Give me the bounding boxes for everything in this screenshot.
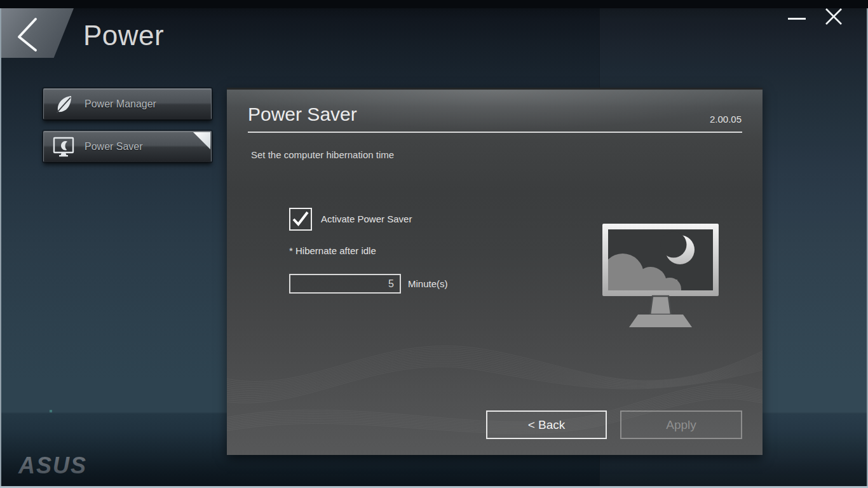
panel-description: Set the computer hibernation time xyxy=(251,149,394,160)
asus-logo: ASUS xyxy=(16,452,111,479)
minimize-button[interactable] xyxy=(785,11,808,28)
window-top-bar xyxy=(0,0,868,8)
back-nav-button[interactable] xyxy=(0,8,74,58)
back-button[interactable]: < Back xyxy=(486,410,607,439)
leaf-icon xyxy=(51,92,76,116)
monitor-moon-icon xyxy=(51,135,76,159)
sidebar-item-power-saver[interactable]: Power Saver xyxy=(43,131,212,162)
selected-corner-marker xyxy=(193,132,210,149)
chevron-left-icon xyxy=(0,8,74,58)
minimize-icon xyxy=(788,18,806,20)
page-title: Power xyxy=(83,20,164,51)
window-left-edge xyxy=(0,8,1,488)
power-saver-panel: Power Saver 2.00.05 Set the computer hib… xyxy=(227,88,763,455)
activate-power-saver-checkbox[interactable] xyxy=(289,208,312,231)
monitor-moon-illustration xyxy=(602,224,719,357)
sidebar-item-label: Power Saver xyxy=(85,141,143,152)
checkmark-icon xyxy=(290,209,311,229)
artifact-dot xyxy=(50,410,52,412)
sidebar-item-label: Power Manager xyxy=(85,98,156,110)
activate-power-saver-label: Activate Power Saver xyxy=(321,214,412,224)
svg-text:ASUS: ASUS xyxy=(18,452,87,478)
version-label: 2.00.05 xyxy=(710,114,742,125)
panel-title: Power Saver xyxy=(248,104,357,125)
apply-button[interactable]: Apply xyxy=(620,410,742,439)
hibernate-minutes-input[interactable] xyxy=(289,274,401,294)
sidebar-item-power-manager[interactable]: Power Manager xyxy=(43,88,212,119)
minutes-unit-label: Minute(s) xyxy=(408,278,448,289)
app-window: Power Power Manager Power Saver xyxy=(0,0,868,488)
hibernate-after-idle-label: * Hibernate after idle xyxy=(289,245,376,256)
close-icon xyxy=(822,5,845,28)
close-button[interactable] xyxy=(822,5,845,28)
title-divider xyxy=(248,132,742,133)
